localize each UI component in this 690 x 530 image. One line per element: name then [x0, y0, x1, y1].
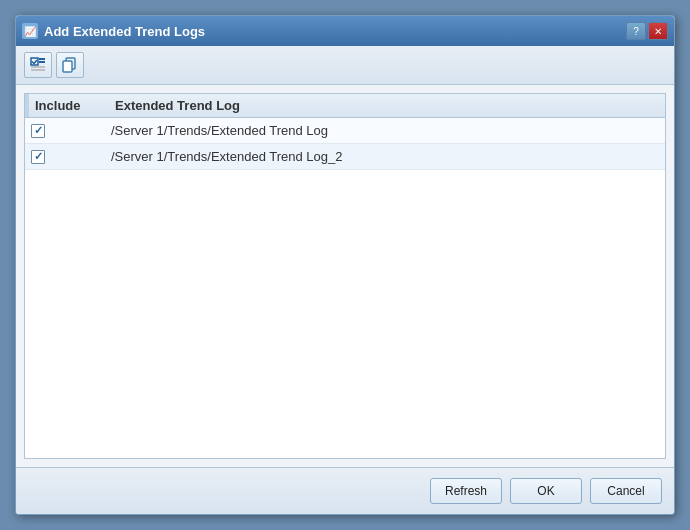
table-header: Include Extended Trend Log — [25, 94, 665, 118]
row-checkbox[interactable] — [31, 150, 45, 164]
col-trend-header: Extended Trend Log — [109, 95, 665, 116]
check-all-icon — [30, 57, 46, 73]
table-row: /Server 1/Trends/Extended Trend Log — [25, 118, 665, 144]
row-trend-path: /Server 1/Trends/Extended Trend Log_2 — [105, 146, 665, 167]
ok-button[interactable]: OK — [510, 478, 582, 504]
title-bar-left: 📈 Add Extended Trend Logs — [22, 23, 205, 39]
copy-icon — [62, 57, 78, 73]
svg-rect-6 — [63, 61, 72, 72]
dialog-icon: 📈 — [22, 23, 38, 39]
cancel-button[interactable]: Cancel — [590, 478, 662, 504]
row-include-cell — [25, 121, 105, 141]
title-bar: 📈 Add Extended Trend Logs ? ✕ — [16, 16, 674, 46]
copy-button[interactable] — [56, 52, 84, 78]
add-extended-trend-logs-dialog: 📈 Add Extended Trend Logs ? ✕ — [15, 15, 675, 515]
row-checkbox[interactable] — [31, 124, 45, 138]
row-trend-path: /Server 1/Trends/Extended Trend Log — [105, 120, 665, 141]
close-button[interactable]: ✕ — [648, 22, 668, 40]
col-include-header: Include — [29, 95, 109, 116]
refresh-button[interactable]: Refresh — [430, 478, 502, 504]
footer: Refresh OK Cancel — [16, 467, 674, 514]
svg-rect-1 — [39, 58, 45, 60]
help-button[interactable]: ? — [626, 22, 646, 40]
toolbar — [16, 46, 674, 85]
title-bar-controls: ? ✕ — [626, 22, 668, 40]
row-include-cell — [25, 147, 105, 167]
trend-log-table: Include Extended Trend Log /Server 1/Tre… — [24, 93, 666, 459]
table-body: /Server 1/Trends/Extended Trend Log /Ser… — [25, 118, 665, 458]
table-row: /Server 1/Trends/Extended Trend Log_2 — [25, 144, 665, 170]
dialog-title: Add Extended Trend Logs — [44, 24, 205, 39]
svg-rect-3 — [31, 66, 45, 68]
content-area: Include Extended Trend Log /Server 1/Tre… — [16, 85, 674, 467]
svg-rect-2 — [39, 61, 45, 63]
svg-rect-4 — [31, 69, 45, 71]
select-all-button[interactable] — [24, 52, 52, 78]
